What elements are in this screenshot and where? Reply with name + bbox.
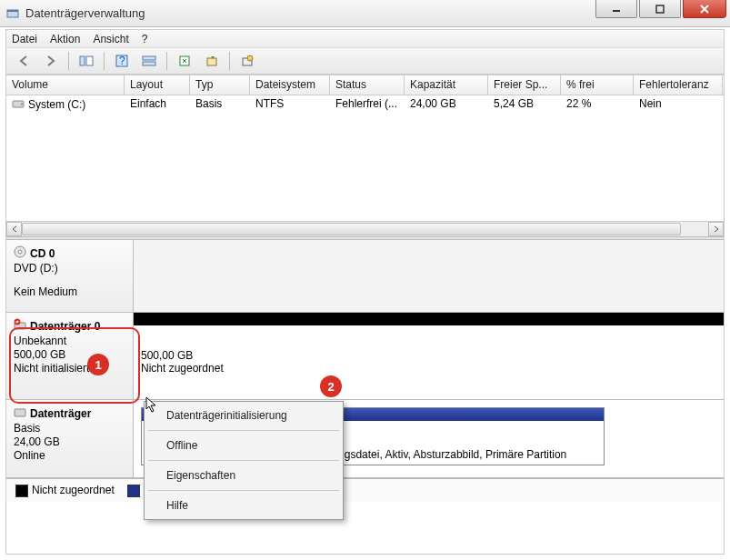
context-menu-offline[interactable]: Offline [146,434,341,457]
volume-name: System (C:) [28,98,85,111]
annotation-badge-1: 1 [87,354,109,375]
svg-rect-3 [656,5,664,13]
partition-size: 500,00 GB [141,349,716,362]
col-status[interactable]: Status [330,75,405,95]
swatch-black [15,485,28,497]
cell-type: Basis [190,95,250,114]
svg-rect-11 [143,62,155,65]
disk-panes: CD 0 DVD (D:) Kein Medium Datenträger 0 … [6,240,724,478]
col-volume[interactable]: Volume [6,75,125,95]
cursor-icon [145,396,160,417]
disk-label-0: Datenträger 0 Unbekannt 500,00 GB Nicht … [6,313,134,399]
scroll-left-icon[interactable] [6,222,22,236]
svg-rect-1 [7,10,18,12]
swatch-blue [127,485,140,497]
cell-fs: NTFS [250,95,330,114]
scroll-thumb[interactable] [22,223,681,235]
disk-size: 500,00 GB [14,348,125,361]
legend: Nicht zugeordnet Primäre Partition [6,478,724,502]
refresh-icon[interactable] [175,51,195,71]
context-menu-separator [148,490,339,491]
disk-state: Basis [14,422,125,435]
context-menu-properties[interactable]: Eigenschaften [146,464,341,487]
disk-state: Unbekannt [14,335,125,347]
context-menu-separator [148,460,339,461]
cell-pct: 22 % [561,95,634,114]
disk-medium-status: Kein Medium [14,285,125,298]
cell-free: 5,24 GB [488,95,561,114]
help-icon[interactable]: ? [112,51,132,71]
volume-row[interactable]: System (C:) Einfach Basis NTFS Fehlerfre… [6,95,724,114]
back-button[interactable] [14,51,34,71]
toolbar-sep [104,52,105,70]
svg-text:?: ? [119,55,125,67]
partition-bar-unallocated [134,313,724,325]
content-area: Volume Layout Typ Dateisystem Status Kap… [5,75,725,555]
svg-rect-6 [80,56,85,65]
col-filesystem[interactable]: Dateisystem [250,75,330,95]
col-type[interactable]: Typ [190,75,250,95]
volume-list[interactable]: System (C:) Einfach Basis NTFS Fehlerfre… [6,95,724,236]
toolbar: ? [5,47,725,75]
maximize-button[interactable] [639,0,681,18]
window-buttons [595,0,730,18]
disk-warning-icon [14,318,26,334]
forward-button[interactable] [41,51,61,71]
toolbar-sep [166,52,167,70]
col-faulttol[interactable]: Fehlertoleranz [634,75,723,95]
scroll-right-icon[interactable] [708,222,724,236]
menu-file[interactable]: Datei [12,33,37,45]
col-layout[interactable]: Layout [125,75,190,95]
cell-layout: Einfach [125,95,190,114]
app-icon [5,6,20,21]
disk-name: Datenträger 0 [30,320,100,333]
volume-header: Volume Layout Typ Dateisystem Status Kap… [6,75,724,95]
toolbar-sep [68,52,69,70]
context-menu-initialize[interactable]: Datenträgerinitialisierung [146,404,341,427]
scroll-track[interactable] [22,222,708,236]
svg-rect-7 [86,56,93,65]
svg-point-15 [247,55,253,61]
cd-icon [14,245,26,261]
svg-point-19 [18,250,22,254]
settings-icon[interactable] [237,51,257,71]
close-button[interactable] [683,0,726,18]
context-menu-help[interactable]: Hilfe [146,494,341,517]
disk-row-1[interactable]: Datenträger Basis 24,00 GB Online uslage… [6,400,724,478]
disk-row-0[interactable]: Datenträger 0 Unbekannt 500,00 GB Nicht … [6,313,724,400]
horizontal-scrollbar[interactable] [6,221,724,236]
cell-status: Fehlerfrei (... [330,95,405,114]
disk-name: CD 0 [30,247,55,260]
disk-body-cd0 [134,240,724,312]
legend-unallocated: Nicht zugeordnet [15,484,115,497]
svg-rect-22 [15,409,25,416]
menu-help[interactable]: ? [142,33,148,45]
disk-label-cd0: CD 0 DVD (D:) Kein Medium [6,240,134,312]
titlebar: Datenträgerverwaltung [0,0,730,27]
minimize-button[interactable] [595,0,637,18]
col-pctfree[interactable]: % frei [561,75,634,95]
layout-button[interactable] [139,51,159,71]
window-title: Datenträgerverwaltung [25,6,145,20]
drive-icon [12,98,25,112]
context-menu: Datenträgerinitialisierung Offline Eigen… [144,401,344,520]
col-free[interactable]: Freier Sp... [488,75,561,95]
disk-size: 24,00 GB [14,435,125,448]
disk-body-0[interactable]: 500,00 GB Nicht zugeordnet [134,313,724,399]
disk-name: Datenträger [30,407,91,420]
svg-rect-10 [143,56,155,60]
disk-icon [14,405,26,421]
menu-view[interactable]: Ansicht [93,33,128,45]
svg-rect-13 [207,58,216,65]
disk-row-cd0[interactable]: CD 0 DVD (D:) Kein Medium [6,240,724,313]
properties-icon[interactable] [202,51,222,71]
partition-info: 500,00 GB Nicht zugeordnet [134,325,724,399]
disk-label-1: Datenträger Basis 24,00 GB Online [6,400,134,477]
disk-subtitle: DVD (D:) [14,262,125,275]
col-capacity[interactable]: Kapazität [405,75,488,95]
menu-action[interactable]: Aktion [50,33,80,45]
partition-status: Nicht zugeordnet [141,362,716,375]
toolbar-sep [229,52,230,70]
show-hide-button[interactable] [76,51,96,71]
svg-point-17 [21,103,23,105]
